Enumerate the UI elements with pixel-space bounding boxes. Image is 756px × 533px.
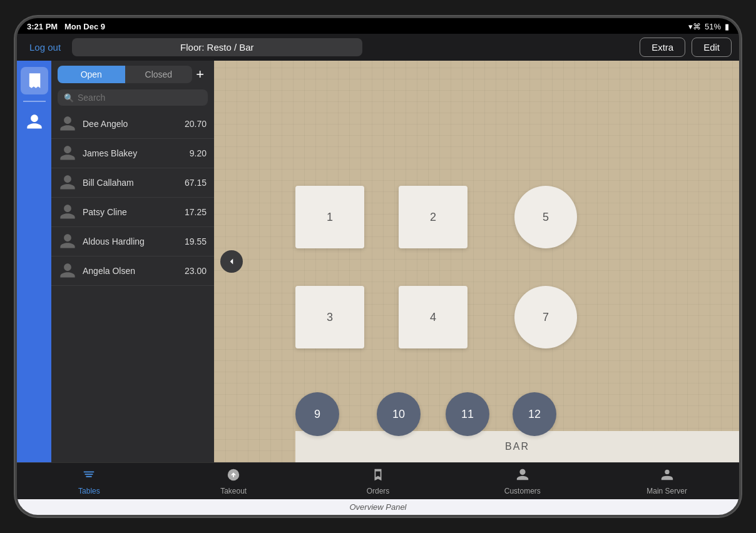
customer-amount: 67.15 <box>185 178 207 188</box>
tab-row: Open Closed + <box>51 61 214 87</box>
table-t4[interactable]: 4 <box>399 286 467 348</box>
customer-list: Dee Angelo 20.70 James Blakey 9.20 Bill … <box>51 109 214 462</box>
nav-item-tables[interactable]: Tables <box>17 468 161 495</box>
tab-closed[interactable]: Closed <box>125 66 193 83</box>
list-item[interactable]: James Blakey 9.20 <box>51 139 214 168</box>
list-item[interactable]: Patsy Cline 17.25 <box>51 198 214 227</box>
customer-name: Bill Callaham <box>83 178 185 188</box>
table-t2[interactable]: 2 <box>399 186 467 248</box>
search-icon: 🔍 <box>64 93 74 103</box>
table-t1[interactable]: 1 <box>295 186 364 248</box>
date-text: Mon Dec 9 <box>64 22 105 31</box>
table-t7[interactable]: 7 <box>514 286 577 348</box>
nav-label-customers: Customers <box>504 487 541 495</box>
customer-amount: 17.25 <box>185 207 207 217</box>
floor-plan: BAR 1253479101112 <box>214 61 739 462</box>
nav-icon-main-server <box>660 468 674 485</box>
customer-name: Angela Olsen <box>83 266 185 276</box>
list-item[interactable]: Aldous Hardling 19.55 <box>51 227 214 256</box>
add-button[interactable]: + <box>192 66 208 83</box>
nav-label-takeout: Takeout <box>220 487 247 495</box>
top-bar: Log out Floor: Resto / Bar Extra Edit <box>17 34 739 61</box>
status-text: Overview Panel <box>349 502 406 512</box>
nav-label-tables: Tables <box>78 487 100 495</box>
logout-button[interactable]: Log out <box>24 39 66 55</box>
main-content: Open Closed + 🔍 Dee Angelo 20.70 James B… <box>17 61 739 462</box>
device-button-left <box>15 143 16 168</box>
status-bar: 3:21 PM Mon Dec 9 ▾⌘ 51% ▮ <box>17 18 739 34</box>
table-t12[interactable]: 12 <box>513 392 556 436</box>
bottom-status: Overview Panel <box>17 499 739 515</box>
nav-icon-tables <box>82 468 96 485</box>
time-text: 3:21 PM <box>27 22 58 31</box>
customer-name: James Blakey <box>83 148 190 158</box>
bar-label: BAR <box>505 441 529 452</box>
bar-section: BAR <box>295 431 739 462</box>
table-t9[interactable]: 9 <box>295 392 339 436</box>
sidebar-icon-receipts[interactable] <box>21 67 48 94</box>
sidebar-divider <box>23 101 46 102</box>
nav-label-orders: Orders <box>367 487 390 495</box>
customer-panel: Open Closed + 🔍 Dee Angelo 20.70 James B… <box>51 61 214 462</box>
customer-name: Dee Angelo <box>83 119 185 129</box>
status-time: 3:21 PM Mon Dec 9 <box>27 22 105 31</box>
svg-point-1 <box>665 470 669 474</box>
table-t11[interactable]: 11 <box>446 392 489 436</box>
customer-amount: 19.55 <box>185 236 207 246</box>
search-input[interactable] <box>78 93 202 103</box>
collapse-button[interactable] <box>220 250 243 273</box>
sidebar-blue <box>17 61 51 462</box>
search-bar: 🔍 <box>58 89 208 106</box>
nav-icon-orders <box>371 468 385 485</box>
customer-name: Aldous Hardling <box>83 236 185 246</box>
tab-open[interactable]: Open <box>58 66 125 83</box>
list-item[interactable]: Bill Callaham 67.15 <box>51 168 214 198</box>
nav-icon-takeout <box>227 468 240 485</box>
sidebar-icon-customers[interactable] <box>21 108 48 136</box>
list-item[interactable]: Angela Olsen 23.00 <box>51 256 214 286</box>
table-t5[interactable]: 5 <box>514 186 577 248</box>
table-t10[interactable]: 10 <box>377 392 421 436</box>
nav-item-takeout[interactable]: Takeout <box>161 468 306 495</box>
device-button-right <box>740 131 741 168</box>
nav-label-main-server: Main Server <box>646 487 687 495</box>
battery-text: 51% <box>705 22 721 31</box>
extra-button[interactable]: Extra <box>640 38 685 57</box>
bottom-nav: Tables Takeout Orders Customers Main Ser… <box>17 462 739 499</box>
wifi-icon: ▾⌘ <box>688 22 701 31</box>
nav-item-main-server[interactable]: Main Server <box>595 468 739 495</box>
customer-name: Patsy Cline <box>83 207 185 217</box>
battery-icon: ▮ <box>725 22 729 31</box>
customer-amount: 20.70 <box>185 119 207 129</box>
device-frame: 3:21 PM Mon Dec 9 ▾⌘ 51% ▮ Log out Floor… <box>15 16 741 517</box>
edit-button[interactable]: Edit <box>692 38 732 57</box>
list-item[interactable]: Dee Angelo 20.70 <box>51 109 214 139</box>
nav-item-customers[interactable]: Customers <box>450 468 595 495</box>
floor-title: Floor: Resto / Bar <box>72 38 362 56</box>
nav-icon-customers <box>516 468 529 485</box>
customer-amount: 23.00 <box>185 266 207 276</box>
nav-item-orders[interactable]: Orders <box>306 468 451 495</box>
table-t3[interactable]: 3 <box>295 286 364 348</box>
customer-amount: 9.20 <box>190 148 207 158</box>
status-right: ▾⌘ 51% ▮ <box>688 22 729 31</box>
